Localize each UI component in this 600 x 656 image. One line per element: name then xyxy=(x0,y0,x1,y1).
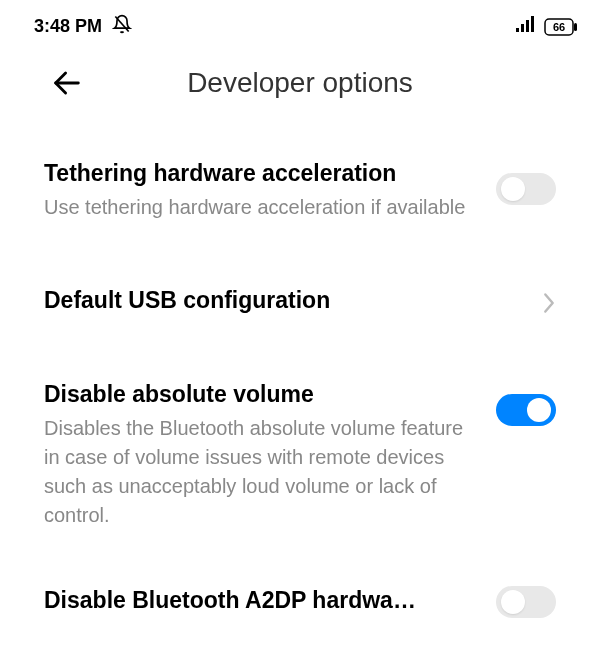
setting-default-usb[interactable]: Default USB configuration xyxy=(44,254,556,348)
svg-rect-3 xyxy=(526,20,529,32)
setting-content: Tethering hardware acceleration Use teth… xyxy=(44,159,496,222)
setting-title: Disable absolute volume xyxy=(44,380,476,410)
page-title: Developer options xyxy=(44,67,556,99)
signal-icon xyxy=(516,16,536,37)
setting-content: Disable Bluetooth A2DP hardwa… xyxy=(44,586,496,616)
dnd-off-icon xyxy=(112,14,132,39)
svg-rect-2 xyxy=(521,24,524,32)
setting-content: Default USB configuration xyxy=(44,286,542,316)
svg-rect-4 xyxy=(531,16,534,32)
setting-subtitle: Disables the Bluetooth absolute volume f… xyxy=(44,414,476,530)
back-button[interactable] xyxy=(50,66,84,100)
setting-disable-absolute-volume[interactable]: Disable absolute volume Disables the Blu… xyxy=(44,348,556,562)
setting-title: Disable Bluetooth A2DP hardwa… xyxy=(44,586,454,616)
toggle-tethering[interactable] xyxy=(496,173,556,205)
toggle-knob xyxy=(501,177,525,201)
battery-icon: 66 xyxy=(544,18,578,36)
svg-rect-6 xyxy=(574,23,577,31)
toggle-knob xyxy=(527,398,551,422)
header: Developer options xyxy=(0,49,600,127)
status-right: 66 xyxy=(516,16,578,37)
svg-text:66: 66 xyxy=(553,21,565,33)
toggle-a2dp[interactable] xyxy=(496,586,556,618)
setting-content: Disable absolute volume Disables the Blu… xyxy=(44,380,496,530)
status-time: 3:48 PM xyxy=(34,16,102,37)
setting-disable-a2dp[interactable]: Disable Bluetooth A2DP hardwa… xyxy=(44,562,556,642)
setting-title: Default USB configuration xyxy=(44,286,522,316)
svg-rect-1 xyxy=(516,28,519,32)
settings-list: Tethering hardware acceleration Use teth… xyxy=(0,127,600,642)
setting-tethering-acceleration[interactable]: Tethering hardware acceleration Use teth… xyxy=(44,127,556,254)
setting-subtitle: Use tethering hardware acceleration if a… xyxy=(44,193,476,222)
status-bar: 3:48 PM 66 xyxy=(0,0,600,49)
setting-title: Tethering hardware acceleration xyxy=(44,159,476,189)
chevron-right-icon xyxy=(542,292,556,314)
toggle-absolute-volume[interactable] xyxy=(496,394,556,426)
toggle-knob xyxy=(501,590,525,614)
status-left: 3:48 PM xyxy=(34,14,132,39)
